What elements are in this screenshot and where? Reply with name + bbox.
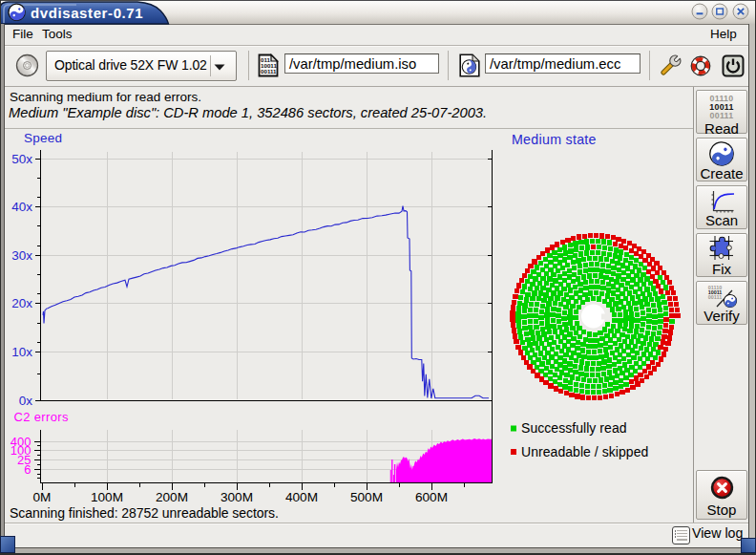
svg-text:20x: 20x <box>11 296 32 310</box>
svg-text:30x: 30x <box>11 248 32 263</box>
svg-text:Medium state: Medium state <box>512 132 597 147</box>
svg-text:600M: 600M <box>415 490 448 504</box>
svg-text:00111: 00111 <box>261 68 277 75</box>
svg-text:100M: 100M <box>91 490 123 504</box>
svg-text:50x: 50x <box>11 152 32 166</box>
svg-text:10x: 10x <box>11 345 32 359</box>
svg-text:300M: 300M <box>220 490 253 504</box>
svg-text:dvdisaster-0.71: dvdisaster-0.71 <box>31 5 143 21</box>
svg-text:00111: 00111 <box>710 111 734 120</box>
svg-text:00111: 00111 <box>708 294 722 300</box>
svg-text:0x: 0x <box>19 394 33 408</box>
svg-text:Successfully read: Successfully read <box>521 420 627 436</box>
svg-text:6: 6 <box>24 462 31 477</box>
svg-text:200M: 200M <box>156 490 188 504</box>
svg-text:400M: 400M <box>285 490 318 504</box>
svg-text:Unreadable / skipped: Unreadable / skipped <box>521 444 648 459</box>
svg-text:0M: 0M <box>33 490 52 504</box>
svg-text:500M: 500M <box>350 490 383 504</box>
svg-text:40x: 40x <box>11 200 32 214</box>
svg-text:Speed: Speed <box>24 131 62 145</box>
svg-text:C2 errors: C2 errors <box>14 410 69 424</box>
